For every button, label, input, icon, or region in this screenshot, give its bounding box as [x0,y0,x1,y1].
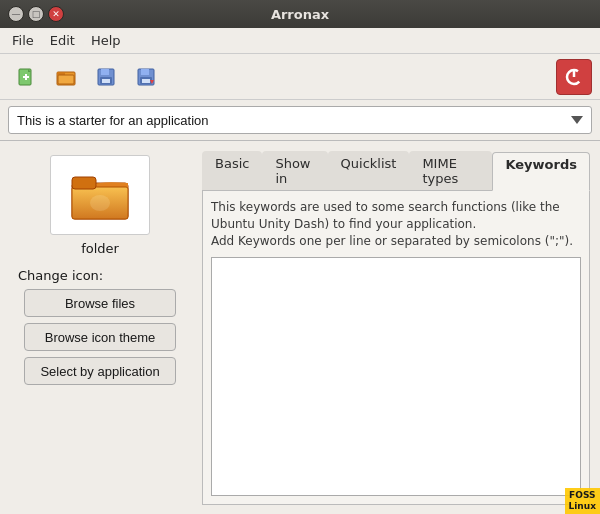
menu-bar: File Edit Help [0,28,600,54]
new-file-icon [15,66,37,88]
menu-help[interactable]: Help [83,31,129,50]
close-button[interactable]: ✕ [48,6,64,22]
minimize-button[interactable]: — [8,6,24,22]
main-content: folder Change icon: Browse files Browse … [0,141,600,514]
save-as-button[interactable] [128,59,164,95]
tab-content-keywords: This keywords are used to some search fu… [202,191,590,505]
icon-name-label: folder [81,241,119,256]
folder-icon [68,163,132,227]
save-button[interactable] [88,59,124,95]
svg-rect-20 [72,177,96,189]
window-controls[interactable]: — □ ✕ [8,6,68,22]
svg-point-21 [90,195,110,211]
keywords-info: This keywords are used to some search fu… [211,199,581,249]
watermark-line2: Linux [569,501,596,513]
svg-rect-6 [58,75,74,84]
keywords-textarea[interactable] [211,257,581,496]
browse-files-button[interactable]: Browse files [24,289,176,317]
tab-quicklist[interactable]: Quicklist [328,151,410,190]
menu-edit[interactable]: Edit [42,31,83,50]
toolbar [0,54,600,100]
maximize-button[interactable]: □ [28,6,44,22]
open-file-button[interactable] [48,59,84,95]
tab-keywords[interactable]: Keywords [492,152,590,191]
icon-preview[interactable] [50,155,150,235]
watermark-line1: FOSS [569,490,596,502]
main-content-wrapper: folder Change icon: Browse files Browse … [0,141,600,514]
watermark: FOSS Linux [565,488,600,514]
browse-icon-theme-button[interactable]: Browse icon theme [24,323,176,351]
svg-rect-8 [101,69,109,75]
tab-basic[interactable]: Basic [202,151,262,190]
quit-button[interactable] [556,59,592,95]
save-as-icon [135,66,157,88]
power-icon [563,66,585,88]
svg-rect-14 [142,79,150,83]
right-panel: Basic Show in Quicklist MIME types Keywo… [202,151,590,505]
left-panel: folder Change icon: Browse files Browse … [10,151,190,505]
tab-mime-types[interactable]: MIME types [409,151,492,190]
svg-rect-12 [141,69,149,75]
open-file-icon [55,66,77,88]
type-dropdown-bar: This is a starter for an application [0,100,600,141]
window-title: Arronax [68,7,532,22]
tab-show-in[interactable]: Show in [262,151,327,190]
svg-rect-10 [102,79,110,83]
title-bar: — □ ✕ Arronax [0,0,600,28]
change-icon-label: Change icon: [18,268,103,283]
new-file-button[interactable] [8,59,44,95]
starter-type-select[interactable]: This is a starter for an application [8,106,592,134]
menu-file[interactable]: File [4,31,42,50]
select-by-application-button[interactable]: Select by application [24,357,176,385]
save-icon [95,66,117,88]
tab-bar: Basic Show in Quicklist MIME types Keywo… [202,151,590,191]
